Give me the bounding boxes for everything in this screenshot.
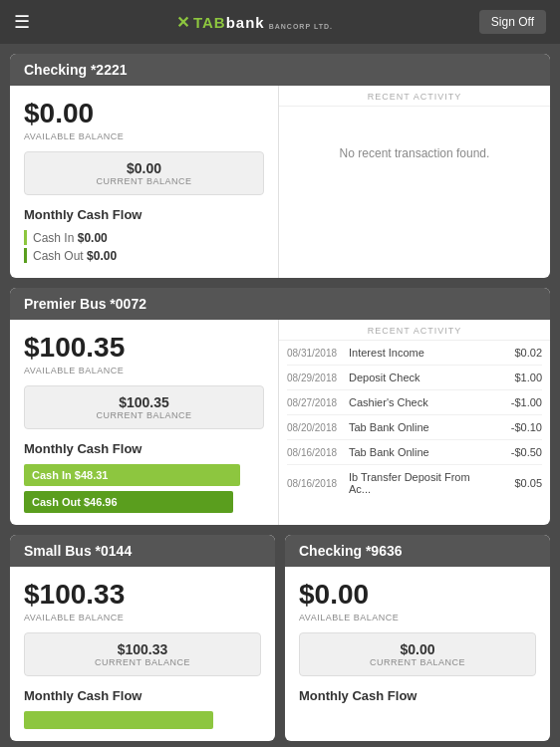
table-row: 08/29/2018 Deposit Check $1.00 xyxy=(287,366,542,390)
menu-icon[interactable]: ☰ xyxy=(14,11,30,33)
account-card-checking-2221: Checking *2221 $0.00 AVAILABLE BALANCE $… xyxy=(10,54,550,278)
account-title-checking-2221: Checking *2221 xyxy=(10,54,550,86)
current-balance-amount-small-bus-0144: $100.33 xyxy=(25,641,260,657)
account-card-small-bus-0144: Small Bus *0144 $100.33 AVAILABLE BALANC… xyxy=(10,535,275,741)
transaction-list-premier-bus-0072: 08/31/2018 Interest Income $0.02 08/29/2… xyxy=(279,341,550,501)
current-balance-label-premier-bus-0072: CURRENT BALANCE xyxy=(25,410,263,420)
available-balance-premier-bus-0072: $100.35 xyxy=(24,332,264,364)
cash-in-bar-premier-bus-0072: Cash In $48.31 xyxy=(24,464,264,486)
available-balance-label-checking-2221: AVAILABLE BALANCE xyxy=(24,131,264,141)
logo-x-icon: ✕ xyxy=(176,13,189,32)
account-body-checking-9636: $0.00 AVAILABLE BALANCE $0.00 CURRENT BA… xyxy=(285,567,550,723)
account-title-small-bus-0144: Small Bus *0144 xyxy=(10,535,275,567)
logo-tagline: BANCORP LTD. xyxy=(269,23,333,30)
account-card-premier-bus-0072: Premier Bus *0072 $100.35 AVAILABLE BALA… xyxy=(10,288,550,525)
app-header: ☰ ✕ TABbank BANCORP LTD. Sign Off xyxy=(0,0,560,44)
account-body-small-bus-0144: $100.33 AVAILABLE BALANCE $100.33 CURREN… xyxy=(10,567,275,741)
current-balance-box-small-bus-0144: $100.33 CURRENT BALANCE xyxy=(24,632,261,676)
cash-out-checking-2221: Cash Out $0.00 xyxy=(24,248,264,263)
account-title-checking-9636: Checking *9636 xyxy=(285,535,550,567)
current-balance-box-checking-9636: $0.00 CURRENT BALANCE xyxy=(299,632,536,676)
account-body-checking-2221: $0.00 AVAILABLE BALANCE $0.00 CURRENT BA… xyxy=(10,86,550,278)
cash-in-bar-fill-premier-bus-0072: Cash In $48.31 xyxy=(24,464,240,486)
table-row: 08/20/2018 Tab Bank Online -$0.10 xyxy=(287,415,542,440)
logo-text: TABbank xyxy=(193,14,265,31)
no-transactions-checking-2221: No recent transaction found. xyxy=(279,107,550,200)
recent-activity-label-premier-bus-0072: RECENT ACTIVITY xyxy=(279,320,550,341)
current-balance-label-checking-2221: CURRENT BALANCE xyxy=(25,176,263,186)
cash-flow-title-checking-9636: Monthly Cash Flow xyxy=(299,688,536,703)
bottom-row: Small Bus *0144 $100.33 AVAILABLE BALANC… xyxy=(10,535,550,741)
recent-activity-label-checking-2221: RECENT ACTIVITY xyxy=(279,86,550,107)
available-balance-label-premier-bus-0072: AVAILABLE BALANCE xyxy=(24,366,264,375)
cash-flow-title-small-bus-0144: Monthly Cash Flow xyxy=(24,688,261,703)
cash-flow-title-checking-2221: Monthly Cash Flow xyxy=(24,207,264,222)
current-balance-amount-premier-bus-0072: $100.35 xyxy=(25,394,263,410)
cash-in-bar-small-bus-0144 xyxy=(24,711,213,729)
current-balance-amount-checking-2221: $0.00 xyxy=(25,160,263,176)
cash-in-checking-2221: Cash In $0.00 xyxy=(24,230,264,245)
available-balance-checking-2221: $0.00 xyxy=(24,98,264,129)
main-content: Checking *2221 $0.00 AVAILABLE BALANCE $… xyxy=(0,44,560,747)
table-row: 08/31/2018 Interest Income $0.02 xyxy=(287,341,542,366)
current-balance-amount-checking-9636: $0.00 xyxy=(300,641,535,657)
available-balance-small-bus-0144: $100.33 xyxy=(24,579,261,611)
cash-out-bar-premier-bus-0072: Cash Out $46.96 xyxy=(24,491,264,513)
account-right-premier-bus-0072: RECENT ACTIVITY 08/31/2018 Interest Inco… xyxy=(279,320,550,525)
available-balance-label-small-bus-0144: AVAILABLE BALANCE xyxy=(24,613,261,622)
cash-out-bar-fill-premier-bus-0072: Cash Out $46.96 xyxy=(24,491,233,513)
account-left-premier-bus-0072: $100.35 AVAILABLE BALANCE $100.35 CURREN… xyxy=(10,320,279,525)
current-balance-box-checking-2221: $0.00 CURRENT BALANCE xyxy=(24,151,264,195)
current-balance-label-checking-9636: CURRENT BALANCE xyxy=(300,657,535,667)
account-right-checking-2221: RECENT ACTIVITY No recent transaction fo… xyxy=(279,86,550,278)
account-card-checking-9636: Checking *9636 $0.00 AVAILABLE BALANCE $… xyxy=(285,535,550,741)
sign-off-button[interactable]: Sign Off xyxy=(479,10,546,34)
table-row: 08/16/2018 Ib Transfer Deposit From Ac..… xyxy=(287,465,542,501)
account-body-premier-bus-0072: $100.35 AVAILABLE BALANCE $100.35 CURREN… xyxy=(10,320,550,525)
available-balance-label-checking-9636: AVAILABLE BALANCE xyxy=(299,613,536,622)
app-logo: ✕ TABbank BANCORP LTD. xyxy=(176,13,333,32)
cash-flow-title-premier-bus-0072: Monthly Cash Flow xyxy=(24,441,264,456)
available-balance-checking-9636: $0.00 xyxy=(299,579,536,611)
account-title-premier-bus-0072: Premier Bus *0072 xyxy=(10,288,550,320)
table-row: 08/16/2018 Tab Bank Online -$0.50 xyxy=(287,440,542,465)
table-row: 08/27/2018 Cashier's Check -$1.00 xyxy=(287,390,542,415)
account-left-checking-2221: $0.00 AVAILABLE BALANCE $0.00 CURRENT BA… xyxy=(10,86,279,278)
current-balance-label-small-bus-0144: CURRENT BALANCE xyxy=(25,657,260,667)
current-balance-box-premier-bus-0072: $100.35 CURRENT BALANCE xyxy=(24,385,264,429)
